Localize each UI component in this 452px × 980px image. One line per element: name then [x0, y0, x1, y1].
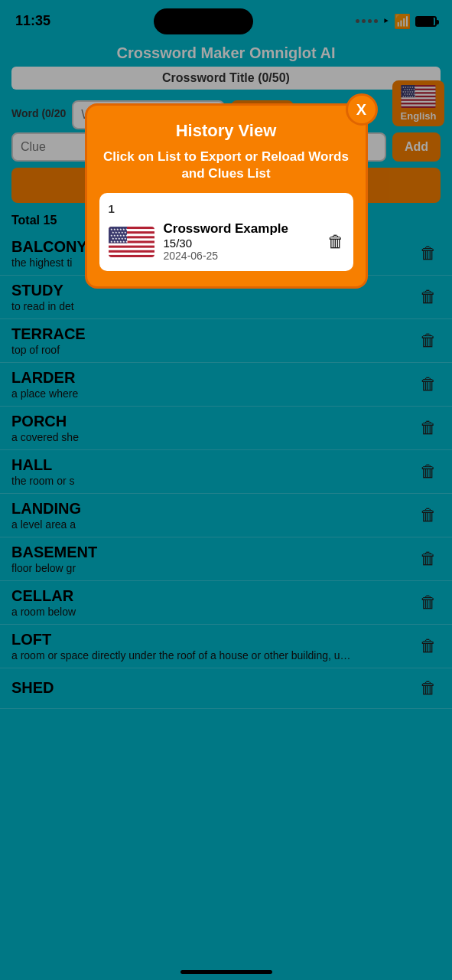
svg-text:★★★★★★: ★★★★★★ [110, 240, 128, 243]
close-icon: X [356, 101, 366, 119]
history-flag: ★★★★★★ ★★★★★ ★★★★★★ ★★★★★ ★★★★★★ [109, 227, 154, 257]
modal-body: 1 ★★★★★★ ★★★★★ ★★★★★★ ★★★★★ [99, 193, 353, 271]
svg-rect-17 [109, 243, 154, 245]
history-item-date: 2024-06-25 [164, 250, 318, 262]
modal-close-button[interactable]: X [346, 93, 378, 126]
modal-title: History View [99, 121, 353, 141]
history-item-name: Crossword Example [164, 221, 318, 237]
svg-rect-19 [109, 253, 154, 255]
history-delete-button[interactable]: 🗑 [327, 232, 344, 252]
history-item-count: 15/30 [164, 237, 318, 250]
modal-subtitle: Click on List to Export or Reload Words … [99, 149, 353, 182]
history-item[interactable]: ★★★★★★ ★★★★★ ★★★★★★ ★★★★★ ★★★★★★ Crosswo… [109, 221, 344, 262]
history-info: Crossword Example 15/30 2024-06-25 [164, 221, 318, 262]
history-modal: X History View Click on List to Export o… [85, 103, 368, 289]
history-number: 1 [109, 202, 344, 215]
svg-rect-18 [109, 247, 154, 250]
